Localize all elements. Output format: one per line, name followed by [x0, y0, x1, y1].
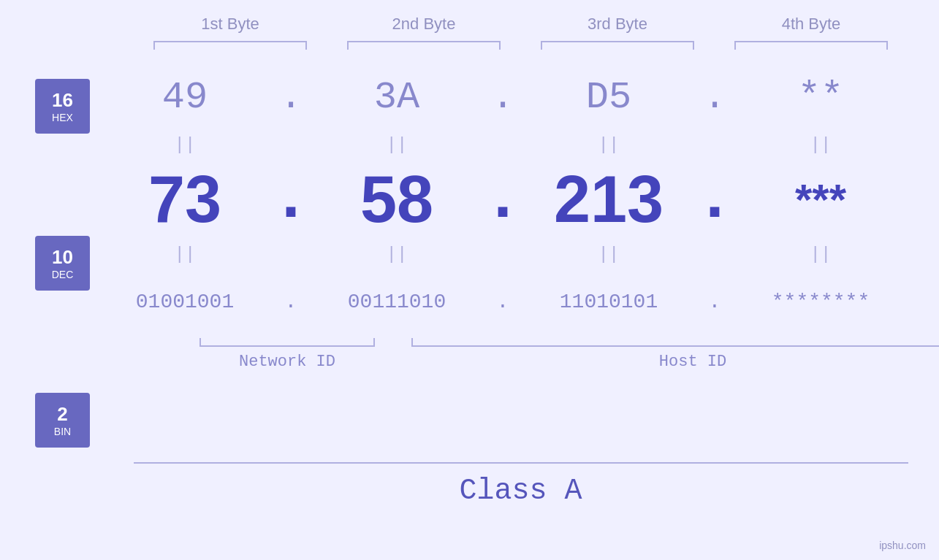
bottom-bracket-area: Network ID Host ID	[199, 338, 939, 371]
bin-dot-1: .	[285, 291, 297, 313]
byte-label-3: 3rd Byte	[537, 15, 698, 34]
bin-val-3: 11010101	[560, 291, 658, 313]
eq1-4: ||	[810, 135, 832, 155]
dec-dot-3-cell: .	[696, 162, 733, 237]
top-bracket-1	[153, 41, 307, 50]
dec-val-2-cell: 58	[309, 162, 484, 237]
dec-val-3: 213	[554, 162, 664, 237]
byte-label-2: 2nd Byte	[343, 15, 504, 34]
eq1-2: ||	[387, 135, 408, 155]
eq1-1: ||	[175, 135, 196, 155]
equals-row-2: || || || ||	[97, 239, 939, 269]
byte-label-1: 1st Byte	[150, 15, 311, 34]
top-bracket-4	[734, 41, 888, 50]
eq1-4-cell: ||	[733, 135, 908, 155]
eq2-1-cell: ||	[97, 245, 273, 264]
byte-labels-row: 1st Byte 2nd Byte 3rd Byte 4th Byte	[134, 15, 908, 34]
hex-badge: 16 HEX	[35, 79, 90, 134]
bottom-brackets	[199, 338, 939, 347]
hex-val-3-cell: D5	[521, 76, 696, 119]
base-labels: 16 HEX 10 DEC 2 BIN	[0, 64, 90, 448]
eq2-2: ||	[387, 245, 408, 264]
dec-val-4: ***	[795, 174, 846, 225]
dec-val-1-cell: 73	[97, 162, 273, 237]
host-id-bracket	[411, 338, 939, 347]
bin-base-name: BIN	[54, 426, 71, 437]
hex-base-num: 16	[52, 89, 73, 112]
bin-val-2: 00111010	[348, 291, 446, 313]
hex-row: 49 . 3A . D5 . **	[97, 64, 939, 130]
eq2-4: ||	[810, 245, 832, 264]
bin-dot-2: .	[497, 291, 509, 313]
hex-val-3: D5	[586, 76, 631, 119]
eq2-2-cell: ||	[309, 245, 484, 264]
eq1-3: ||	[598, 135, 620, 155]
hex-val-4: **	[798, 76, 843, 119]
eq2-1: ||	[175, 245, 196, 264]
eq2-3: ||	[598, 245, 620, 264]
bin-badge: 2 BIN	[35, 393, 90, 448]
bin-val-1-cell: 01001001	[97, 291, 273, 313]
dec-row: 73 . 58 . 213 . ***	[97, 159, 939, 239]
outer-bracket-line	[134, 462, 908, 464]
eq2-3-cell: ||	[521, 245, 696, 264]
hex-val-4-cell: **	[733, 76, 908, 119]
bin-row: 01001001 . 00111010 . 11010101 .	[97, 269, 939, 334]
dec-val-4-cell: ***	[733, 174, 908, 225]
equals-row-1: || || || ||	[97, 130, 939, 159]
eq1-3-cell: ||	[521, 135, 696, 155]
id-gap-label	[375, 353, 411, 371]
dec-val-1: 73	[148, 162, 221, 237]
bin-val-1: 01001001	[136, 291, 234, 313]
main-grid: 16 HEX 10 DEC 2 BIN 49 .	[0, 64, 939, 448]
hex-val-1-cell: 49	[97, 76, 273, 119]
hex-val-1: 49	[162, 76, 208, 119]
eq1-2-cell: ||	[309, 135, 484, 155]
hex-dot-2-cell: .	[484, 76, 521, 119]
dec-dot-2-cell: .	[484, 162, 521, 237]
bin-val-4: ********	[772, 291, 870, 313]
hex-dot-1: .	[279, 76, 302, 119]
hex-dot-3-cell: .	[696, 76, 733, 119]
dec-base-num: 10	[52, 246, 73, 269]
hex-dot-2: .	[491, 76, 514, 119]
hex-dot-3: .	[703, 76, 726, 119]
top-bracket	[134, 41, 908, 50]
dec-val-3-cell: 213	[521, 162, 696, 237]
network-id-label: Network ID	[199, 353, 375, 371]
byte-label-4: 4th Byte	[731, 15, 892, 34]
dec-dot-1-cell: .	[273, 162, 309, 237]
eq1-1-cell: ||	[97, 135, 273, 155]
values-grid: 49 . 3A . D5 . **	[97, 64, 939, 371]
dec-badge: 10 DEC	[35, 236, 90, 291]
class-label: Class A	[134, 475, 908, 515]
hex-base-name: HEX	[52, 112, 73, 123]
dec-base-name: DEC	[52, 269, 74, 280]
network-id-bracket	[199, 338, 375, 347]
id-labels-row: Network ID Host ID	[199, 353, 939, 371]
host-id-label: Host ID	[411, 353, 939, 371]
dec-dot-1: .	[271, 162, 311, 237]
hex-val-2-cell: 3A	[309, 76, 484, 119]
bin-val-4-cell: ********	[733, 291, 908, 313]
dec-val-2: 58	[360, 162, 433, 237]
bracket-gap	[375, 338, 411, 347]
hex-val-2: 3A	[374, 76, 419, 119]
bin-val-3-cell: 11010101	[521, 291, 696, 313]
main-container: 1st Byte 2nd Byte 3rd Byte 4th Byte 16 H…	[0, 0, 939, 560]
bin-dot-3: .	[709, 291, 721, 313]
outer-bracket-area: Class A	[134, 462, 908, 515]
bin-dot-2-cell: .	[484, 291, 521, 313]
bin-dot-1-cell: .	[273, 291, 309, 313]
top-bracket-2	[347, 41, 501, 50]
bin-base-num: 2	[57, 403, 67, 426]
bin-val-2-cell: 00111010	[309, 291, 484, 313]
eq2-4-cell: ||	[733, 245, 908, 264]
dec-dot-2: .	[483, 162, 522, 237]
watermark: ipshu.com	[879, 540, 926, 551]
hex-dot-1-cell: .	[273, 76, 309, 119]
bin-dot-3-cell: .	[696, 291, 733, 313]
top-bracket-3	[541, 41, 694, 50]
dec-dot-3: .	[695, 162, 734, 237]
